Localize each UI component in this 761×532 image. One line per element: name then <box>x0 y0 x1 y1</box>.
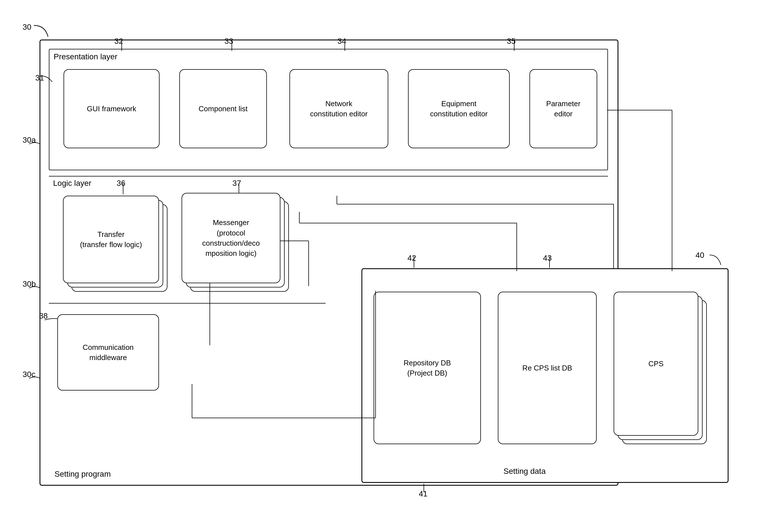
ref-36-arrow <box>121 183 129 197</box>
ref-43-arrow <box>547 257 556 270</box>
messenger-box: Messenger (protocol construction/deco mp… <box>182 193 280 283</box>
ref-30c-arrow <box>28 374 42 383</box>
ref-34-arrow <box>342 39 351 54</box>
repository-db-box: Repository DB (Project DB) <box>374 292 481 444</box>
ref-31-arrow <box>38 73 55 88</box>
network-constitution-editor-box: Network constitution editor <box>289 69 388 148</box>
parameter-editor-box: Parameter editor <box>529 69 597 148</box>
ref-42-arrow <box>412 257 420 270</box>
ref-41-arrow <box>422 484 430 495</box>
presentation-layer-label: Presentation layer <box>54 52 117 61</box>
ref-35-arrow <box>512 39 520 54</box>
ref-40-arrow <box>707 254 724 273</box>
ref-33-arrow <box>230 39 238 54</box>
communication-middleware-box: Communication middleware <box>57 314 159 390</box>
transfer-box: Transfer (transfer flow logic) <box>63 196 159 283</box>
re-cps-list-db-box: Re CPS list DB <box>498 292 597 444</box>
presentation-layer-box: Presentation layer 31 32 33 34 35 <box>49 49 608 170</box>
ref-30a-arrow <box>28 140 42 148</box>
ref-32-arrow <box>119 39 128 54</box>
component-list-box: Component list <box>179 69 267 148</box>
setting-data-label: Setting data <box>503 467 546 476</box>
gui-framework-box: GUI framework <box>64 69 159 148</box>
setting-data-box: 42 43 40 Repository DB (Project DB) Re C… <box>361 268 729 483</box>
diagram-container: 30 Presentation layer 31 32 33 34 <box>23 23 737 517</box>
divider-presentation-logic <box>49 176 608 176</box>
vertical-connector <box>182 283 295 345</box>
setting-program-label: Setting program <box>54 470 111 479</box>
cps-box: CPS <box>614 292 698 436</box>
equipment-constitution-editor-box: Equipment constitution editor <box>408 69 510 148</box>
ref-30: 30 <box>23 23 31 31</box>
logic-layer-label: Logic layer <box>53 179 91 188</box>
ref-30b-arrow <box>28 284 42 292</box>
ref-40: 40 <box>695 251 704 260</box>
